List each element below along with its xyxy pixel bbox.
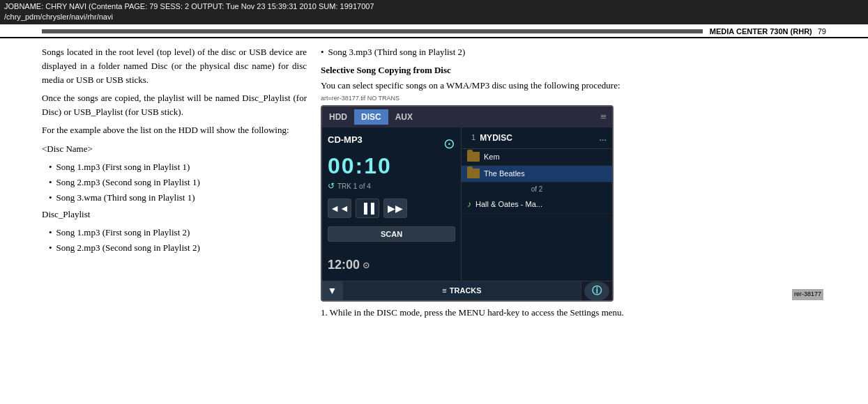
player-right-panel: 1 MYDISC ... Kem bbox=[462, 127, 612, 281]
list-item: Song 1.mp3 (First song in Playlist 1) bbox=[49, 160, 307, 174]
ellipsis: ... bbox=[600, 130, 607, 146]
tracks-button[interactable]: ≡ TRACKS bbox=[343, 281, 581, 301]
repeat-icon: ↺ bbox=[328, 180, 335, 193]
bullets-group1: Song 1.mp3 (First song in Playlist 1) So… bbox=[49, 160, 307, 205]
rer-label: rer-38177 bbox=[792, 289, 823, 300]
media-center-label: MEDIA CENTER 730N (RHR) bbox=[710, 27, 812, 36]
playlist-item-name: Hall & Oates - Ma... bbox=[475, 199, 607, 210]
header-bar: JOBNAME: CHRY NAVI (Contenta PAGE: 79 SE… bbox=[0, 0, 868, 24]
track-info-text: TRK 1 of 4 bbox=[337, 181, 371, 192]
play-pause-button[interactable]: ▐▐ bbox=[356, 199, 379, 218]
player-main: CD-MP3 ⊙ 00:10 ↺ TRK 1 of 4 ◄◄ ▐▐ bbox=[322, 127, 612, 281]
playlist-item-name: Kem bbox=[484, 151, 607, 163]
fast-forward-button[interactable]: ▶▶ bbox=[383, 199, 407, 218]
player-nav: HDD DISC AUX ≡ bbox=[322, 107, 612, 127]
left-para-3: For the example above the list on the HD… bbox=[42, 123, 307, 137]
mydisc-label: MYDISC bbox=[480, 132, 599, 145]
scroll-down-button[interactable]: ▼ bbox=[322, 281, 343, 301]
list-item: Song 1.mp3 (First song in Playlist 2) bbox=[49, 226, 307, 240]
media-player: HDD DISC AUX ≡ CD-MP3 ⊙ 00: bbox=[321, 105, 614, 302]
top-rule-area: MEDIA CENTER 730N (RHR) 79 bbox=[0, 24, 868, 38]
selective-heading: Selective Song Copying from Disc bbox=[321, 63, 826, 77]
nav-aux-button[interactable]: AUX bbox=[388, 109, 420, 125]
folder-icon bbox=[467, 152, 480, 162]
bullets-group2: Song 1.mp3 (First song in Playlist 2) So… bbox=[49, 226, 307, 255]
selective-text: You can select specific songs on a WMA/M… bbox=[321, 79, 826, 93]
rewind-button[interactable]: ◄◄ bbox=[328, 199, 351, 218]
of-label: of 2 bbox=[462, 182, 612, 196]
playlist-item-hall[interactable]: ♪ Hall & Oates - Ma... bbox=[462, 196, 612, 214]
folder-icon bbox=[467, 169, 480, 178]
right-bullet-top: Song 3.mp3 (Third song in Playlist 2) bbox=[321, 45, 826, 59]
nav-hdd-button[interactable]: HDD bbox=[322, 109, 354, 125]
list-icon: ≡ bbox=[442, 285, 446, 297]
player-time: 00:10 bbox=[328, 155, 455, 177]
right-column: Song 3.mp3 (Third song in Playlist 2) Se… bbox=[321, 38, 826, 404]
header-line1: JOBNAME: CHRY NAVI (Contenta PAGE: 79 SE… bbox=[4, 1, 864, 12]
player-left-panel: CD-MP3 ⊙ 00:10 ↺ TRK 1 of 4 ◄◄ ▐▐ bbox=[322, 127, 462, 281]
player-controls: ◄◄ ▐▐ ▶▶ bbox=[328, 199, 455, 218]
playlist-item-name: The Beatles bbox=[484, 168, 607, 180]
player-track-info: ↺ TRK 1 of 4 bbox=[328, 180, 455, 193]
disc-playlist-label: Disc_Playlist bbox=[42, 208, 307, 222]
clock-time: 12:00 bbox=[328, 256, 360, 275]
disc-spin-icon: ⊙ bbox=[443, 133, 455, 155]
scan-button[interactable]: SCAN bbox=[328, 226, 455, 242]
nav-right-icon: ≡ bbox=[600, 109, 612, 126]
list-item: Song 3.wma (Third song in Playlist 1) bbox=[49, 191, 307, 205]
page-number: 79 bbox=[818, 27, 826, 36]
list-item: Song 2.mp3 (Second song in Playlist 1) bbox=[49, 176, 307, 189]
info-button[interactable]: ⓘ bbox=[584, 281, 609, 301]
bottom-instruction: 1. While in the DISC mode, press the MEN… bbox=[321, 306, 826, 320]
disc-name: <Disc Name> bbox=[42, 142, 307, 156]
playlist-items: Kem The Beatles of 2 ♪ Hall & Oates - Ma… bbox=[462, 149, 612, 281]
clock-display: 12:00 ⊙ bbox=[328, 256, 455, 275]
track-number: 1 bbox=[467, 130, 480, 145]
rule-line bbox=[42, 29, 703, 33]
left-para-1: Songs located in the root level (top lev… bbox=[42, 45, 307, 87]
player-right-header: 1 MYDISC ... bbox=[462, 127, 612, 149]
list-item: Song 2.mp3 (Second song in Playlist 2) bbox=[49, 241, 307, 255]
clock-icon: ⊙ bbox=[363, 259, 370, 272]
playlist-item-kem[interactable]: Kem bbox=[462, 149, 612, 166]
left-column: Songs located in the root level (top lev… bbox=[42, 38, 307, 404]
left-para-2: Once the songs are copied, the playlist … bbox=[42, 91, 307, 119]
player-wrapper: HDD DISC AUX ≡ CD-MP3 ⊙ 00: bbox=[321, 105, 826, 302]
note-icon: ♪ bbox=[467, 198, 471, 211]
playlist-item-beatles[interactable]: The Beatles bbox=[462, 166, 612, 182]
player-mode: CD-MP3 bbox=[328, 133, 363, 147]
tracks-label: TRACKS bbox=[450, 285, 482, 297]
art-label: art=rer-38177.tif NO TRANS bbox=[321, 94, 826, 104]
nav-disc-button[interactable]: DISC bbox=[354, 109, 388, 125]
header-line2: /chry_pdm/chrysler/navi/rhr/navi bbox=[4, 12, 864, 22]
player-bottom-bar: ▼ ≡ TRACKS ⓘ bbox=[322, 281, 612, 300]
